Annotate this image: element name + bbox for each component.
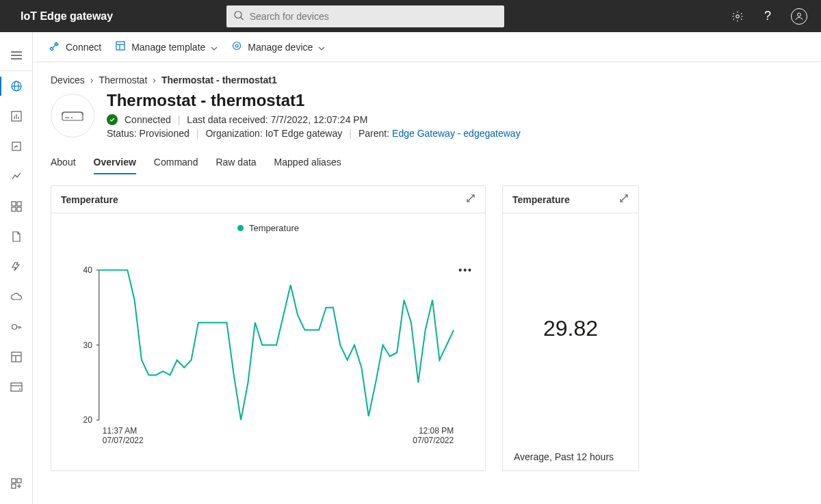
page-title: Thermostat - thermostat1 [107,91,521,110]
tab-command[interactable]: Command [154,152,198,174]
temperature-kpi-card: Temperature 29.82 Average, Past 12 hours [502,185,639,471]
parent-link[interactable]: Edge Gateway - edgegateway [392,128,521,139]
chevron-right-icon: › [90,75,94,85]
svg-rect-18 [17,207,21,211]
nav-item-jobs[interactable] [0,252,33,282]
svg-point-38 [71,117,73,118]
ytick-20: 20 [83,415,93,425]
gear-icon [231,40,242,53]
nav-item-devices[interactable] [0,71,33,101]
nav-item-data-explorer[interactable] [0,161,33,191]
device-header: Thermostat - thermostat1 Connected | Las… [51,91,805,139]
app-title: IoT Edge gateway [21,10,113,23]
svg-rect-26 [12,479,16,483]
nav-item-templates[interactable] [0,342,33,372]
connect-button[interactable]: Connect [49,40,101,53]
separator: | [349,128,352,139]
svg-rect-31 [116,42,125,50]
org-label: Organization: [205,128,262,139]
nav-item-data-table[interactable] [0,372,33,402]
x-end-time: 12:08 PM [419,426,454,436]
chart-card-title: Temperature [61,194,118,205]
svg-rect-17 [12,207,16,211]
ytick-40: 40 [83,265,93,275]
breadcrumb-current: Thermostat - thermostat1 [161,75,277,85]
last-data-value: 7/7/2022, 12:07:24 PM [271,114,368,125]
svg-point-3 [797,13,800,16]
tab-raw-data[interactable]: Raw data [216,152,256,174]
manage-device-button[interactable]: Manage device [231,40,325,53]
top-bar: IoT Edge gateway ? [0,0,821,32]
breadcrumb: Devices › Thermostat › Thermostat - ther… [51,75,805,85]
breadcrumb-root[interactable]: Devices [51,75,85,85]
svg-point-25 [19,388,21,390]
connect-label: Connect [66,42,101,53]
nav-item-cloud[interactable] [0,282,33,312]
template-icon [115,40,126,53]
user-avatar[interactable] [791,8,807,25]
nav-item-apps[interactable] [0,468,33,499]
expand-icon[interactable] [619,194,629,205]
svg-rect-20 [12,352,21,362]
tab-about[interactable]: About [51,152,76,174]
search-icon [233,10,244,23]
top-right-icons: ? [731,8,807,25]
temperature-chart-card: Temperature Temperature ••• [51,185,486,471]
svg-line-39 [467,195,474,202]
svg-rect-15 [12,202,16,206]
tab-overview[interactable]: Overview [94,152,136,174]
command-bar: Connect Manage template Manage device [33,32,821,62]
x-start-date: 07/07/2022 [103,436,144,445]
tab-mapped-aliases[interactable]: Mapped aliases [274,152,341,174]
nav-item-dashboard[interactable] [0,191,33,222]
svg-point-34 [233,42,241,50]
status-value: Provisioned [140,128,190,139]
nav-collapse-button[interactable] [0,40,33,70]
x-end-date: 07/07/2022 [413,436,454,445]
left-nav-rail [0,32,33,504]
svg-rect-27 [17,479,21,483]
nav-item-files[interactable] [0,222,33,252]
nav-item-analytics[interactable] [0,101,33,131]
device-icon [51,94,94,137]
svg-rect-23 [11,383,22,391]
expand-icon[interactable] [466,194,475,205]
chart-body: ••• 40 30 20 [51,233,485,470]
connect-icon [49,40,60,53]
svg-line-44 [621,195,627,202]
connected-label: Connected [125,114,171,125]
tab-strip: About Overview Command Raw data Mapped a… [51,152,805,174]
legend-dot-icon [237,225,244,231]
parent-label: Parent: [359,128,389,139]
svg-line-1 [241,17,244,20]
kpi-footer: Average, Past 12 hours [503,443,638,470]
help-icon[interactable]: ? [761,10,774,23]
chevron-down-icon [211,42,218,53]
nav-item-security[interactable] [0,312,33,342]
search-box[interactable] [226,5,504,27]
temperature-line-chart: 40 30 20 11:37 AM 07/07/2022 12:08 PM 07… [51,233,485,470]
svg-point-2 [736,14,739,17]
kpi-card-title: Temperature [512,194,570,205]
manage-device-label: Manage device [248,42,313,53]
breadcrumb-level1[interactable]: Thermostat [99,75,147,85]
svg-rect-14 [12,142,21,150]
status-connected-icon [107,114,118,125]
nav-item-device-groups[interactable] [0,131,33,161]
svg-point-19 [12,325,16,330]
svg-rect-36 [62,112,83,120]
chart-legend: Temperature [51,213,485,233]
search-input[interactable] [226,5,504,27]
chevron-right-icon: › [153,75,156,85]
svg-point-0 [235,11,242,18]
more-options-icon[interactable]: ••• [458,265,473,276]
gear-icon[interactable] [731,10,744,23]
manage-template-button[interactable]: Manage template [115,40,218,53]
separator: | [196,128,199,139]
legend-label: Temperature [249,223,299,233]
svg-point-35 [235,44,238,47]
manage-template-label: Manage template [131,42,205,53]
svg-rect-16 [17,202,21,206]
svg-rect-28 [12,484,16,488]
chevron-down-icon [318,42,325,53]
